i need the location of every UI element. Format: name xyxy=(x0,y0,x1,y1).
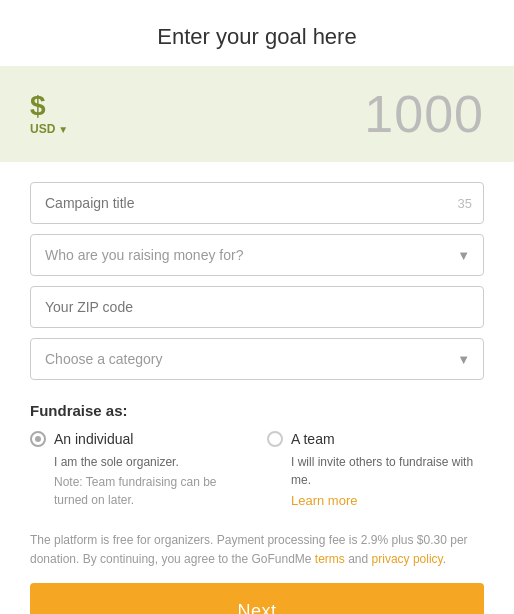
category-wrapper: Choose a category ▼ xyxy=(30,338,484,380)
learn-more-link[interactable]: Learn more xyxy=(267,493,357,508)
team-option-header[interactable]: A team xyxy=(267,431,484,447)
zip-input[interactable] xyxy=(30,286,484,328)
individual-option[interactable]: An individual I am the sole organizer. N… xyxy=(30,431,247,509)
goal-amount[interactable]: 1000 xyxy=(68,84,484,144)
team-option-label: A team xyxy=(291,431,335,447)
individual-note: Note: Team fundraising can be turned on … xyxy=(30,473,247,509)
terms-section: The platform is free for organizers. Pay… xyxy=(0,517,514,583)
page-title: Enter your goal here xyxy=(0,0,514,66)
privacy-link[interactable]: privacy policy xyxy=(372,552,443,566)
terms-text-3: . xyxy=(443,552,446,566)
form-section: 35 Who are you raising money for? ▼ Choo… xyxy=(0,182,514,380)
category-select[interactable]: Choose a category xyxy=(30,338,484,380)
char-count: 35 xyxy=(458,196,472,211)
individual-radio-dot xyxy=(35,436,41,442)
campaign-title-field-wrapper: 35 xyxy=(30,182,484,224)
individual-radio[interactable] xyxy=(30,431,46,447)
who-raising-select[interactable]: Who are you raising money for? xyxy=(30,234,484,276)
goal-section: $ USD ▼ 1000 xyxy=(0,66,514,162)
fundraise-as-label: Fundraise as: xyxy=(30,402,484,419)
campaign-title-input[interactable] xyxy=(30,182,484,224)
next-button[interactable]: Next xyxy=(30,583,484,614)
terms-text-2: and xyxy=(345,552,372,566)
terms-link[interactable]: terms xyxy=(315,552,345,566)
next-button-section: Next xyxy=(0,583,514,614)
individual-option-header[interactable]: An individual xyxy=(30,431,247,447)
fundraise-options: An individual I am the sole organizer. N… xyxy=(30,431,484,509)
who-raising-wrapper: Who are you raising money for? ▼ xyxy=(30,234,484,276)
currency-dropdown-icon: ▼ xyxy=(58,124,68,135)
main-card: Enter your goal here $ USD ▼ 1000 35 Who… xyxy=(0,0,514,614)
dollar-sign-icon: $ xyxy=(30,92,46,120)
currency-selector[interactable]: USD ▼ xyxy=(30,122,68,136)
team-option[interactable]: A team I will invite others to fundraise… xyxy=(267,431,484,509)
team-desc: I will invite others to fundraise with m… xyxy=(267,453,484,489)
fundraise-section: Fundraise as: An individual I am the sol… xyxy=(0,390,514,517)
team-radio[interactable] xyxy=(267,431,283,447)
individual-desc: I am the sole organizer. xyxy=(30,453,247,471)
individual-option-label: An individual xyxy=(54,431,133,447)
currency-block[interactable]: $ USD ▼ xyxy=(30,92,68,136)
